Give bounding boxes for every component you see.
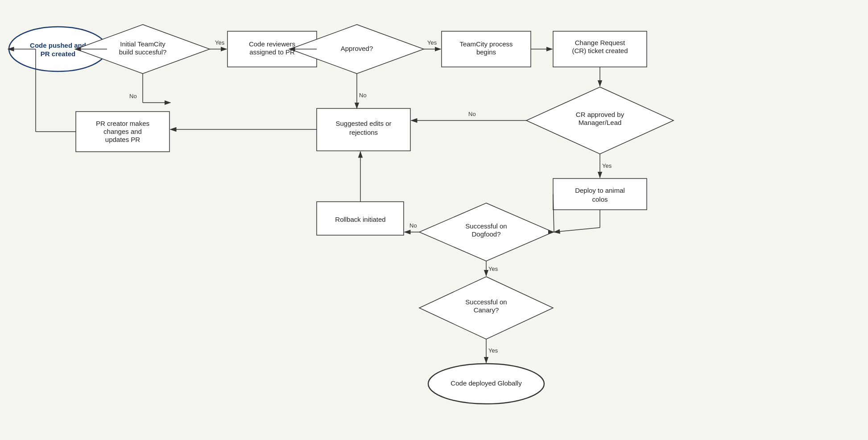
successful-canary-label: Successful on	[465, 298, 507, 306]
suggested-edits-label2: rejections	[349, 129, 378, 136]
approved-yes-label: Yes	[427, 39, 437, 46]
pr-creator-label2: changes and	[103, 128, 142, 135]
build-yes-label: Yes	[215, 39, 225, 46]
code-pushed-label2: PR created	[41, 50, 75, 58]
canary-yes-label: Yes	[488, 347, 498, 354]
code-pushed-label: Code pushed and	[30, 42, 86, 49]
crapproved-no-label: No	[468, 111, 476, 117]
dogfood-yes-label: Yes	[488, 266, 498, 272]
rollback-initiated-label: Rollback initiated	[335, 216, 385, 223]
pr-creator-label3: updates PR	[105, 136, 141, 143]
flowchart-diagram: Code pushed and PR created Initial TeamC…	[0, 0, 868, 440]
change-request-label: Change Request	[575, 39, 625, 46]
approved-label: Approved?	[341, 45, 373, 52]
successful-canary-label2: Canary?	[474, 306, 499, 314]
code-reviewers-label: Code reviewers	[249, 40, 295, 48]
deploy-animal-node	[553, 178, 647, 210]
deploy-animal-label2: colos	[592, 195, 608, 203]
code-deployed-label: Code deployed Globally	[451, 379, 522, 387]
change-request-label2: (CR) ticket created	[572, 47, 628, 54]
crapproved-yes-label: Yes	[602, 162, 612, 169]
initial-build-label: Initial TeamCity	[120, 40, 165, 48]
successful-dogfood-label2: Dogfood?	[471, 230, 500, 238]
cr-approved-label2: Manager/Lead	[579, 119, 622, 126]
teamcity-process-label: TeamCity process	[459, 40, 513, 48]
dogfood-no-label: No	[409, 222, 417, 229]
cr-approved-label: CR approved by	[576, 111, 624, 118]
teamcity-process-label2: begins	[476, 48, 496, 56]
code-reviewers-label2: assigned to PR	[249, 48, 295, 56]
initial-build-label2: build succesful?	[119, 48, 167, 56]
successful-dogfood-label: Successful on	[465, 222, 507, 230]
deploy-animal-label: Deploy to animal	[575, 187, 625, 194]
approved-no-label: No	[359, 92, 367, 99]
suggested-edits-label: Suggested edits or	[335, 120, 391, 127]
build-no-label: No	[129, 93, 137, 100]
pr-creator-label: PR creator makes	[96, 120, 149, 127]
